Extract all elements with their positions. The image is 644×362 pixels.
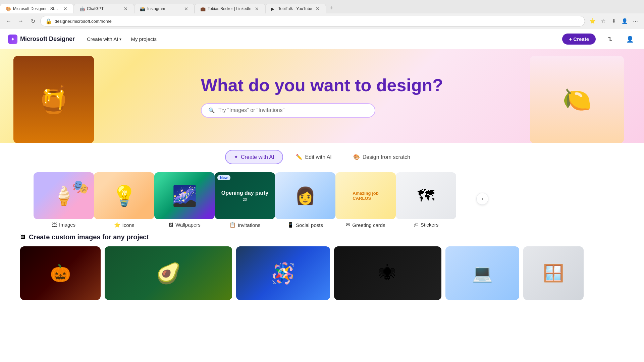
- social-label-text: Social posts: [296, 222, 323, 228]
- tab-close-1[interactable]: ✕: [63, 6, 68, 11]
- download-icon[interactable]: ⬇: [609, 16, 619, 26]
- category-images-label: 🖼 Images: [52, 222, 75, 228]
- hero-content: What do you want to design? 🔍: [201, 75, 443, 118]
- share-icon-button[interactable]: ⇅: [604, 33, 616, 45]
- tab-favicon-1: 🎨: [6, 6, 10, 11]
- search-input[interactable]: [218, 107, 368, 113]
- custom-image-laptop[interactable]: 💻: [445, 246, 519, 300]
- category-images[interactable]: 🍦 🎭 🖼 Images: [34, 172, 94, 228]
- icons-label-text: Icons: [122, 222, 135, 228]
- tab-title-5: TobiTalk - YouTube: [278, 6, 312, 11]
- custom-image-avocado[interactable]: 🥑: [105, 246, 232, 300]
- create-button-label: + Create: [569, 36, 589, 42]
- hero-right-image: 🍋: [530, 56, 624, 143]
- tab-microsoft-designer[interactable]: 🎨 Microsoft Designer - Stunning... ✕: [0, 4, 74, 13]
- category-invitations-thumbnail: New Opening day party 20: [215, 172, 275, 219]
- icons-icon: ⭐: [114, 222, 120, 228]
- invitations-icon: 📋: [229, 222, 236, 228]
- wallpapers-icon: 🖼: [168, 222, 173, 228]
- tab-chatgpt[interactable]: 🤖 ChatGPT ✕: [74, 4, 134, 13]
- stickers-label-text: Stickers: [421, 222, 438, 228]
- filter-tab-edit-label: Edit with AI: [305, 154, 332, 160]
- wallpapers-label-text: Wallpapers: [175, 222, 200, 228]
- tab-favicon-4: 💼: [200, 6, 205, 11]
- sparkle-icon: ✦: [234, 154, 238, 160]
- greeting-name: CARLOS: [353, 196, 371, 201]
- tab-bar: 🎨 Microsoft Designer - Stunning... ✕ 🤖 C…: [0, 0, 644, 13]
- brand-name: Microsoft Designer: [20, 36, 75, 43]
- nav-projects-label: My projects: [131, 36, 157, 42]
- tab-linkedin[interactable]: 💼 Tobias Becker | LinkedIn ✕: [195, 4, 265, 13]
- address-bar: ← → ↻ 🔒 designer.microsoft.com/home ⭐ ☆ …: [0, 13, 644, 29]
- category-greeting-label: ✉ Greeting cards: [346, 222, 385, 228]
- extensions-icon[interactable]: ⭐: [588, 16, 597, 26]
- portrait-decoration: 🎭: [72, 179, 89, 195]
- category-social-thumbnail: 👩: [275, 172, 335, 219]
- category-icons[interactable]: 💡 ⭐ Icons: [94, 172, 154, 228]
- url-bar[interactable]: 🔒 designer.microsoft.com/home: [40, 16, 585, 26]
- custom-section: 🖼 Create custom images for any project 🎃…: [0, 228, 644, 300]
- categories-scroll-right[interactable]: ›: [476, 193, 488, 205]
- forward-button[interactable]: →: [16, 16, 25, 26]
- bookmark-icon[interactable]: ☆: [598, 16, 608, 26]
- custom-image-halloween[interactable]: 🎃: [20, 246, 101, 300]
- category-greeting[interactable]: Amazing jobCARLOS ✉ Greeting cards: [335, 172, 396, 228]
- tab-close-5[interactable]: ✕: [315, 6, 320, 11]
- filter-tab-scratch-label: Design from scratch: [363, 154, 410, 160]
- category-social[interactable]: 👩 📱 Social posts: [275, 172, 335, 228]
- tab-title-1: Microsoft Designer - Stunning...: [13, 6, 60, 11]
- url-text: designer.microsoft.com/home: [55, 19, 580, 24]
- reload-button[interactable]: ↻: [28, 16, 38, 26]
- filter-tab-create-ai[interactable]: ✦ Create with AI: [225, 150, 283, 164]
- tab-close-3[interactable]: ✕: [183, 6, 189, 11]
- category-icons-thumbnail: 💡: [94, 172, 154, 219]
- create-button[interactable]: + Create: [562, 34, 596, 45]
- category-invitations[interactable]: New Opening day party 20 📋 Invitations: [215, 172, 275, 228]
- category-icons-label: ⭐ Icons: [114, 222, 135, 228]
- chevron-down-icon: ▾: [119, 37, 121, 42]
- custom-images-grid: 🎃 🥑 🪅 🕷 💻 🪟: [20, 246, 624, 300]
- images-label-text: Images: [59, 222, 75, 228]
- hero-title: What do you want to design?: [201, 75, 443, 95]
- tab-title-3: Instagram: [147, 6, 181, 11]
- nav-create-label: Create with AI: [87, 36, 118, 42]
- filter-tab-edit-ai[interactable]: ✏️ Edit with AI: [287, 150, 340, 164]
- nav-my-projects[interactable]: My projects: [127, 34, 161, 44]
- new-tab-button[interactable]: +: [326, 3, 337, 13]
- tab-close-4[interactable]: ✕: [254, 6, 260, 11]
- category-social-label: 📱 Social posts: [287, 222, 323, 228]
- tab-instagram[interactable]: 📸 Instagram ✕: [134, 4, 195, 13]
- hero-section: 🍯 What do you want to design? 🔍 🍋: [0, 49, 644, 143]
- user-icon-button[interactable]: 👤: [624, 33, 636, 45]
- category-stickers[interactable]: 🗺 🏷 Stickers: [396, 172, 456, 228]
- tab-close-2[interactable]: ✕: [123, 6, 128, 11]
- aurora-decoration: 🌌: [172, 184, 197, 208]
- invitation-title: Opening day party: [221, 190, 268, 196]
- profile-icon[interactable]: 👤: [620, 16, 629, 26]
- brand[interactable]: ✦ Microsoft Designer: [8, 35, 75, 44]
- lock-icon: 🔒: [45, 18, 52, 24]
- brand-icon: ✦: [8, 35, 17, 44]
- category-wallpapers[interactable]: 🌌 🖼 Wallpapers: [154, 172, 215, 228]
- edit-icon: ✏️: [296, 154, 303, 160]
- tab-favicon-2: 🤖: [79, 6, 84, 11]
- tab-youtube[interactable]: ▶ TobiTalk - YouTube ✕: [265, 4, 326, 13]
- category-images-thumbnail: 🍦 🎭: [34, 172, 94, 219]
- social-person-decoration: 👩: [295, 186, 316, 205]
- nav-create-with-ai[interactable]: Create with AI ▾: [83, 34, 125, 44]
- custom-image-window[interactable]: 🪟: [523, 246, 584, 300]
- filter-tab-scratch[interactable]: 🎨 Design from scratch: [344, 150, 419, 164]
- custom-image-spider[interactable]: 🕷: [334, 246, 441, 300]
- custom-image-mariachi[interactable]: 🪅: [236, 246, 330, 300]
- back-button[interactable]: ←: [4, 16, 13, 26]
- category-wallpapers-label: 🖼 Wallpapers: [168, 222, 200, 228]
- sticker-globe-decoration: 🗺: [418, 186, 434, 205]
- category-stickers-label: 🏷 Stickers: [414, 222, 438, 228]
- toolbar-icons: ⭐ ☆ ⬇ 👤 ⋯: [588, 16, 640, 26]
- tab-favicon-5: ▶: [271, 6, 276, 11]
- stickers-icon: 🏷: [414, 222, 419, 228]
- search-icon: 🔍: [208, 107, 215, 114]
- section-header: 🖼 Create custom images for any project: [20, 233, 624, 241]
- settings-icon[interactable]: ⋯: [631, 16, 640, 26]
- hero-search-bar[interactable]: 🔍: [201, 103, 375, 118]
